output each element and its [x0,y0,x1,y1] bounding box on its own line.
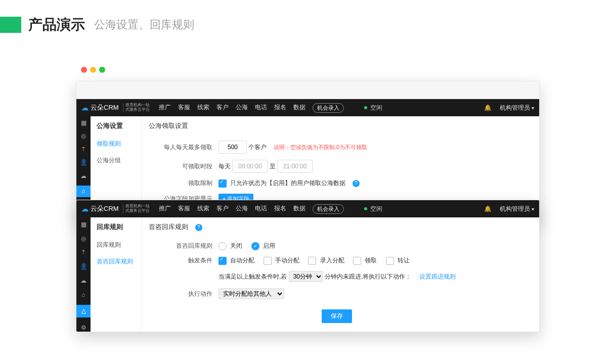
rail-icon[interactable]: ◎ [79,235,88,243]
nav-chip-opportunity-entry[interactable]: 机会录入 [313,204,344,214]
logo-brand: 云朵CRM [91,103,119,112]
top-nav: 推广 客服 线索 客户 公海 电话 报名 数据 机会录入 [159,103,344,113]
checkbox-label: 自动分配 [230,257,254,264]
side-menu: 回库规则 回库规则 首咨回库规则 [91,217,142,332]
rail-icon[interactable]: ⇡ [79,146,88,153]
logo-subtitle: 教育机构一站式服务云平台 [123,204,150,213]
app-topbar: ☁ 云朵CRM 教育机构一站式服务云平台 推广 客服 线索 客户 公海 电话 报… [76,200,539,217]
rail-icon[interactable]: ▦ [79,220,88,229]
input-time-to[interactable] [277,160,313,173]
input-max-per-day[interactable] [218,141,247,154]
save-button[interactable]: 保存 [322,309,352,323]
checkbox-only-enabled-users[interactable] [218,179,227,188]
nav-item[interactable]: 线索 [197,103,209,113]
logo-brand: 云朵CRM [91,204,119,213]
macos-traffic-lights [81,67,105,73]
radio-on[interactable]: ✓ [251,242,259,250]
side-item-return-rules[interactable]: 回库规则 [91,237,141,253]
rail-icon[interactable]: ☁ [79,277,88,285]
nav-item[interactable]: 报名 [274,204,286,214]
unit-text: 个客户 [248,144,267,151]
content-title: 首咨回库规则 [149,223,188,231]
radio-off[interactable] [218,242,227,250]
label-execute-action: 执行动作 [149,285,215,302]
side-menu-title: 回库规则 [91,217,141,237]
nav-item[interactable]: 数据 [293,103,305,113]
rail-icon[interactable]: ⚙ [79,324,88,332]
checkbox-label: 手动分配 [275,257,299,264]
nav-item[interactable]: 电话 [255,103,267,113]
nav-chip-opportunity-entry[interactable]: 机会录入 [313,103,344,113]
user-role-menu[interactable]: 机构管理员 [500,104,534,112]
side-menu-title: 公海设置 [91,116,141,135]
select-minutes[interactable]: 30分钟 [289,271,323,282]
rule-text-a: 当满足以上触发条件时,若 [218,273,287,280]
status-text: 空闲 [370,104,382,112]
rail-icon[interactable]: ⇡ [79,249,88,257]
app-topbar: ☁ 云朵CRM 教育机构一站式服务云平台 推广 客服 线索 客户 公海 电话 报… [76,99,539,116]
cloud-icon: ☁ [81,104,89,112]
label-max-per-day: 每人每天最多领取 [149,138,215,157]
top-nav: 推广 客服 线索 客户 公海 电话 报名 数据 机会录入 [159,204,344,214]
bell-icon[interactable] [484,104,492,111]
link-set-followup-rule[interactable]: 设置跟进规则 [419,273,456,280]
side-item-sea-groups[interactable]: 公海分组 [91,152,141,169]
input-time-from[interactable] [232,160,268,173]
logo-subtitle: 教育机构一站式服务云平台 [123,103,150,112]
slide-subtitle: 公海设置、回库规则 [94,17,194,32]
close-icon[interactable] [81,67,87,73]
nav-item[interactable]: 公海 [236,103,248,113]
nav-item[interactable]: 客服 [178,103,190,113]
rail-icon[interactable]: ☁ [79,172,88,179]
nav-item[interactable]: 线索 [197,204,209,214]
nav-item[interactable]: 数据 [293,204,305,214]
nav-item[interactable]: 推广 [159,103,171,113]
note-max-per-day: 说明：空或负值为不限制,0为不可领取 [274,144,367,150]
rail-icon-active[interactable]: △ [76,305,91,318]
minimize-icon[interactable] [90,67,96,73]
app-logo: ☁ 云朵CRM 教育机构一站式服务云平台 [81,204,150,213]
icon-rail: ▦ ◎ ⇡ 👤 ☁ ⌂ △ ⚙ [76,217,91,332]
rail-icon[interactable]: 👤 [79,159,88,166]
nav-item[interactable]: 客服 [178,204,190,214]
side-item-claim-rules[interactable]: 领取规则 [91,135,141,152]
help-icon[interactable]: ? [353,180,360,187]
label-claim-restriction: 领取限制 [149,176,215,191]
nav-item[interactable]: 公海 [236,204,248,214]
zoom-icon[interactable] [99,67,105,73]
user-role-menu[interactable]: 机构管理员 [500,205,534,213]
rail-icon[interactable]: ◎ [79,132,88,140]
select-execute-action[interactable]: 实时分配给其他人 [218,288,284,299]
rail-icon[interactable]: ⌂ [79,291,88,299]
help-icon[interactable]: ? [195,224,202,231]
nav-item[interactable]: 推广 [159,204,171,214]
daily-label: 每天 [218,163,231,170]
label-time-window: 可领取时段 [149,157,215,176]
nav-item[interactable]: 客户 [216,204,229,214]
content-title: 公海领取设置 [149,121,532,130]
checkbox-label: 只允许状态为【启用】的用户领取公海数据 [230,179,345,187]
to-label: 至 [270,163,276,170]
window-return-rules: ☁ 云朵CRM 教育机构一站式服务云平台 推广 客服 线索 客户 公海 电话 报… [76,200,540,332]
checkbox-transfer[interactable] [386,257,394,265]
window-chrome [76,81,539,99]
status-text: 空闲 [370,205,382,213]
checkbox-claim[interactable] [353,257,361,265]
cloud-icon: ☁ [81,205,89,213]
status-indicator: 空闲 [364,205,382,213]
checkbox-auto-assign[interactable] [218,257,227,265]
rail-icon-active[interactable]: ⌂ [76,186,91,197]
slide-accent [0,17,21,33]
rail-icon[interactable]: 👤 [79,262,88,270]
bell-icon[interactable] [484,205,492,212]
checkbox-entry-assign[interactable] [308,257,316,265]
nav-item[interactable]: 报名 [274,103,286,113]
rail-icon[interactable]: ▦ [79,119,88,126]
nav-item[interactable]: 客户 [216,103,229,113]
side-item-first-consult-return[interactable]: 首咨回库规则 [91,253,141,270]
content-panel: 首咨回库规则 ? 首咨回库规则 关闭 ✓ 启用 [142,217,539,332]
nav-item[interactable]: 电话 [255,204,267,214]
checkbox-manual-assign[interactable] [264,257,272,265]
slide-title: 产品演示 [28,15,85,34]
radio-on-label: 启用 [263,242,275,249]
